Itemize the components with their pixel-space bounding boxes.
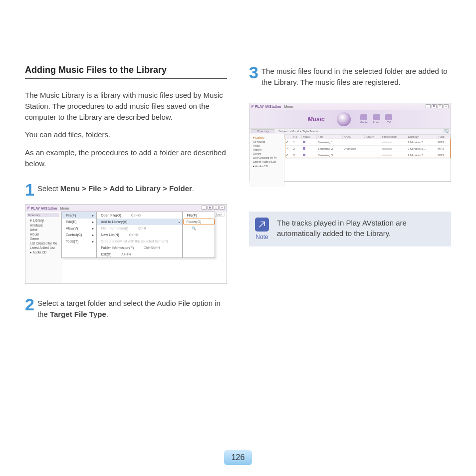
menu-1[interactable]: File(F) Edit(E) View(V) Control(C) Tools… <box>61 212 96 258</box>
note-icon <box>255 218 269 232</box>
nav-photo[interactable]: Photo <box>373 114 381 124</box>
menu-open-file[interactable]: Open File(O)Ctrl+O <box>97 212 182 219</box>
step-3: 3 The music files found in the selected … <box>249 65 451 88</box>
menu-file-info: File Information(I)Ctrl+I <box>97 225 182 232</box>
headphones-icon <box>337 112 351 126</box>
step-1-number: 1 <box>25 182 34 198</box>
note-box: Note The tracks played in Play AVstation… <box>249 212 451 246</box>
track-table: No Mood Title Artist Album Preference Du… <box>284 134 451 187</box>
menu-new-list[interactable]: New List(N)Ctrl+G <box>97 232 182 238</box>
section-title: Adding Music Files to the Library <box>25 65 227 79</box>
step-3-number: 3 <box>249 65 258 88</box>
app-titlebar-2: ◤ PLAY AVStation Menu _ M □ × <box>249 103 451 110</box>
step-2: 2 Select a target folder and select the … <box>25 297 227 320</box>
menu-add-to-library[interactable]: Add to Library(A) <box>97 219 182 225</box>
menu-file[interactable]: File(F) <box>62 212 96 219</box>
step-3-text: The music files found in the selected fo… <box>261 65 451 88</box>
app-titlebar: ◤ PLAY AVStation Menu _ M □ × <box>25 205 227 212</box>
intro-paragraph-1: The Music Library is a library with musi… <box>25 90 227 122</box>
menu-3[interactable]: File(F) Folder(O) 🔍 <box>183 212 216 258</box>
win-max[interactable]: □ <box>214 206 219 210</box>
step-1: 1 Select Menu > File > Add to Library > … <box>25 182 227 198</box>
menu3-search[interactable]: 🔍 <box>183 225 215 232</box>
menu3-file[interactable]: File(F) <box>183 212 215 219</box>
table-row[interactable]: ✓3 Samsung 3 ☆☆☆☆☆3 Minutes 5...MP3 <box>285 152 451 158</box>
table-row[interactable]: ✓1 Samsung 1 ☆☆☆☆☆3 Minutes 5...MP3 <box>285 139 451 145</box>
screenshot-sidebar: Directory ▾ Library All Music Artist Alb… <box>25 212 61 283</box>
nav-movie[interactable]: Movie <box>360 114 368 124</box>
banner-title: Music <box>308 116 325 123</box>
win-close[interactable]: × <box>220 206 225 210</box>
menu-folder-info[interactable]: Folder Information(F)Ctrl+Shift+I <box>97 244 182 251</box>
window-buttons[interactable]: _ M □ × <box>202 206 225 210</box>
screenshot-library: ◤ PLAY AVStation Menu _ M □ × Music Movi… <box>249 103 451 182</box>
filter-toolbar[interactable]: Directory Subject ▾ Mood ▾ Style Tracks … <box>249 128 451 134</box>
app-banner: Music Movie Photo TV <box>249 110 451 128</box>
step-1-text: Select Menu > File > Add to Library > Fo… <box>37 182 194 198</box>
menu-edit[interactable]: Edit(E) <box>62 219 96 225</box>
note-text: The tracks played in Play AVstation are … <box>277 218 445 239</box>
nav-icons[interactable]: Movie Photo TV <box>360 114 393 124</box>
intro-paragraph-2: You can add files, folders. <box>25 129 227 140</box>
track-rows-highlight: ✓1 Samsung 1 ☆☆☆☆☆3 Minutes 5...MP3 ✓2 S… <box>285 139 451 158</box>
page-number: 126 <box>224 450 252 465</box>
table-row[interactable]: ✓2 Samsung 2Unknown ☆☆☆☆☆3 Minutes 5...M… <box>285 145 451 152</box>
menu-2[interactable]: Open File(O)Ctrl+O Add to Library(A) Fil… <box>96 212 182 258</box>
menu3-folder[interactable]: Folder(O) <box>183 219 215 225</box>
nav-tv[interactable]: TV <box>385 114 392 124</box>
win-m[interactable]: M <box>208 206 213 210</box>
step-2-number: 2 <box>25 297 34 320</box>
note-label: Note <box>255 234 268 240</box>
intro-paragraph-3: As an example, the procedures to add a f… <box>25 147 227 169</box>
win-min[interactable]: _ <box>202 206 207 210</box>
menu-tools[interactable]: Tools(T) <box>62 238 96 244</box>
menu-control[interactable]: Control(C) <box>62 232 96 238</box>
screenshot-menu: ◤ PLAY AVStation Menu _ M □ × Directory … <box>25 204 227 284</box>
window-buttons-2[interactable]: _ M □ × <box>426 104 449 108</box>
menu-create-list: Create a new list with the selected item… <box>97 238 182 244</box>
step-2-text: Select a target folder and select the Au… <box>37 297 227 320</box>
screenshot2-sidebar: ▾ Library All Music Artist Album Genre L… <box>249 134 284 187</box>
menu-view[interactable]: View(V) <box>62 225 96 232</box>
menu-exit[interactable]: Exit(X)Alt+F4 <box>97 251 182 257</box>
filter-options[interactable]: Subject ▾ Mood ▾ Style Tracks <box>278 129 318 133</box>
